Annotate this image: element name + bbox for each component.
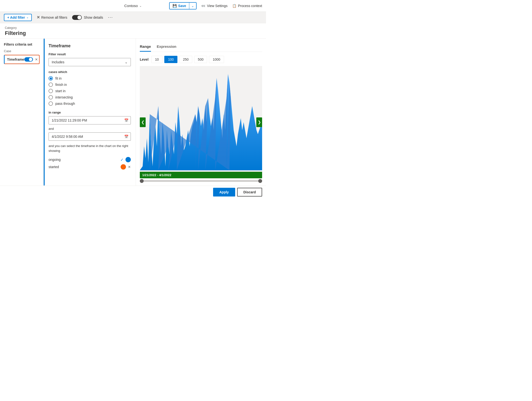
radio-pass-through[interactable]: pass through [49,101,131,106]
toolbar: + Add filter ⌄ ✕ Remove all filters Show… [0,12,266,23]
level-label: Level [140,57,149,61]
started-dot-orange[interactable] [121,164,126,170]
chart-date-range: 1/21/2022 - 4/1/2022 [140,172,262,178]
company-selector[interactable]: Contoso ⌄ [124,4,142,8]
add-filter-button[interactable]: + Add filter ⌄ [4,14,32,21]
filter-remove-button[interactable]: ✕ [35,57,38,61]
radio-fit-in-label: fit in [55,76,62,80]
chart-container: ❮ ❯ 1/21/2022 - 4/1/2022 [140,66,262,178]
top-nav: Contoso ⌄ 💾 Save ⌄ 👀 View Settings 📋 Pro… [0,0,266,12]
view-settings-icon: 👀 [201,4,206,8]
ongoing-check-icon: ✓ [120,157,124,162]
end-date-calendar-icon[interactable]: 📅 [124,135,128,139]
radio-intersecting-circle [49,95,53,99]
chart-nav-right-button[interactable]: ❯ [256,117,262,127]
case-label: Case [4,49,40,53]
save-button[interactable]: 💾 Save [170,3,189,9]
start-date-calendar-icon[interactable]: 📅 [124,118,128,122]
level-btn-250[interactable]: 250 [179,56,192,63]
started-toggle-row: started ✕ [49,164,131,170]
company-name: Contoso [124,4,138,8]
radio-start-in-circle [49,89,53,93]
end-date-input[interactable] [49,132,131,141]
left-panel: Filters criteria set Case Timeframe ✕ [0,39,44,186]
start-date-field: 📅 [49,116,131,124]
right-panel: Range Expression Level 10 100 250 500 10… [136,39,266,186]
remove-x-icon: ✕ [37,15,40,20]
level-btn-100[interactable]: 100 [164,56,177,63]
range-slider-row [140,180,262,182]
description-text: and you can select the timeframe in the … [49,144,131,153]
save-dropdown-button[interactable]: ⌄ [189,3,196,9]
tab-expression[interactable]: Expression [157,42,176,52]
filter-item-name: Timeframe [7,57,24,61]
started-label: started [49,165,59,169]
started-controls: ✕ [121,164,131,170]
level-btn-500[interactable]: 500 [194,56,207,63]
filters-criteria-title: Filters criteria set [4,42,40,46]
radio-intersecting[interactable]: intersecting [49,95,131,99]
and-label: and [49,127,131,131]
cases-radio-group: fit in finish in start in intersecting p… [49,76,131,106]
in-range-label: in range [49,111,131,114]
start-date-input[interactable] [49,116,131,124]
apply-button[interactable]: Apply [213,188,235,196]
save-dropdown-chevron: ⌄ [191,4,194,8]
save-button-group: 💾 Save ⌄ [169,2,197,9]
ongoing-dot-blue [125,157,131,162]
tab-range[interactable]: Range [140,42,151,52]
radio-start-in[interactable]: start in [49,89,131,93]
radio-fit-in[interactable]: fit in [49,76,131,81]
range-slider-right-handle[interactable] [258,179,262,183]
show-details-toggle[interactable] [72,15,82,20]
view-settings-button[interactable]: 👀 View Settings [201,4,228,8]
main-content: Filters criteria set Case Timeframe ✕ Ti… [0,39,266,186]
panel-title: Timeframe [49,43,131,49]
chart-svg [140,66,262,178]
radio-fit-in-circle [49,76,53,81]
ongoing-label: ongoing [49,158,61,162]
filter-result-dropdown[interactable]: Includes ⌄ [49,58,131,66]
middle-panel: Timeframe Filter result Includes ⌄ cases… [44,39,136,186]
started-x-button[interactable]: ✕ [128,165,131,169]
top-nav-actions: 💾 Save ⌄ 👀 View Settings 📋 Process conte… [169,2,262,9]
ongoing-toggle-row: ongoing ✓ [49,157,131,162]
process-context-button[interactable]: 📋 Process context [232,4,262,8]
discard-button[interactable]: Discard [237,188,262,196]
level-btn-10[interactable]: 10 [151,56,163,63]
page-title: Filtering [5,30,261,36]
remove-all-filters-button[interactable]: ✕ Remove all filters [37,15,67,20]
radio-start-in-label: start in [55,89,66,93]
range-slider-left-handle[interactable] [140,179,144,183]
page-header: Category Filtering [0,23,266,39]
range-slider[interactable] [140,180,262,182]
company-chevron: ⌄ [139,4,142,8]
timeframe-filter-item: Timeframe ✕ [4,55,40,64]
filter-item-controls: ✕ [24,57,38,62]
filter-result-label: Filter result [49,52,131,56]
more-options-button[interactable]: ··· [108,15,113,20]
level-btn-1000[interactable]: 1000 [209,56,224,63]
add-filter-chevron: ⌄ [26,16,28,19]
radio-finish-in[interactable]: finish in [49,82,131,87]
bottom-bar: Apply Discard [0,186,266,198]
filter-enable-toggle[interactable] [24,57,33,62]
cases-which-label: cases which [49,70,131,74]
filter-result-value: Includes [52,60,64,64]
tabs: Range Expression [140,42,262,52]
radio-pass-through-label: pass through [55,102,75,106]
level-row: Level 10 100 250 500 1000 [140,56,262,63]
ongoing-controls: ✓ [120,157,131,162]
dropdown-chevron: ⌄ [125,60,128,64]
radio-finish-in-circle [49,82,53,87]
process-context-icon: 📋 [232,4,236,8]
chart-nav-left-button[interactable]: ❮ [140,117,146,127]
category-label: Category [5,26,261,30]
radio-intersecting-label: intersecting [55,95,73,99]
radio-finish-in-label: finish in [55,83,67,87]
radio-pass-through-circle [49,101,53,106]
show-details-toggle-row: Show details [72,15,103,20]
save-icon: 💾 [173,4,177,8]
end-date-field: 📅 [49,132,131,141]
